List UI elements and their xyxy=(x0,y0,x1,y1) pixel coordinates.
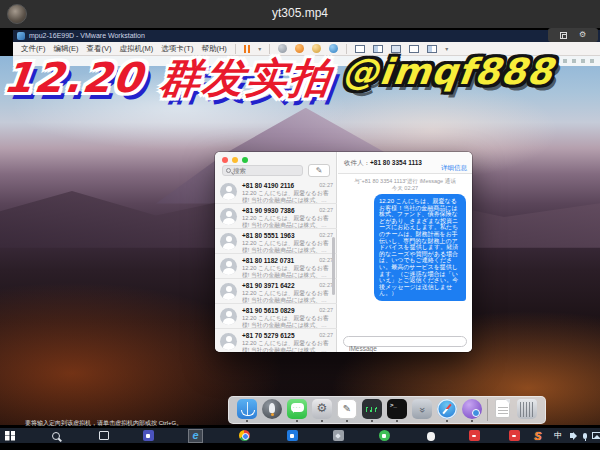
installer-app-icon[interactable] xyxy=(462,399,482,419)
task-view-button[interactable] xyxy=(96,430,112,442)
toolbar-separator xyxy=(235,44,236,54)
zoom-icon[interactable] xyxy=(242,157,248,163)
contact-avatar xyxy=(220,283,237,300)
cube-app-icon xyxy=(333,430,344,441)
trash-icon[interactable] xyxy=(517,399,537,419)
windows-logo-icon xyxy=(5,431,15,441)
downloads-stack-icon[interactable]: » xyxy=(412,399,432,419)
red-app-icon xyxy=(509,430,520,441)
pause-vm-button[interactable] xyxy=(244,45,251,53)
toolbar-separator xyxy=(269,44,270,54)
snapshot-take-icon[interactable] xyxy=(295,44,304,53)
conversation-time: 02:27 xyxy=(319,232,333,238)
contact-avatar xyxy=(220,208,237,225)
compose-button[interactable]: ✎ xyxy=(308,164,330,177)
snapshot-revert-icon[interactable] xyxy=(312,44,321,53)
contact-avatar xyxy=(220,308,237,325)
running-indicator xyxy=(396,420,398,422)
contact-avatar xyxy=(220,183,237,200)
conversation-time: 02:27 xyxy=(319,307,333,313)
message-input-field[interactable] xyxy=(343,336,467,347)
textedit-icon[interactable]: ✎ xyxy=(337,399,357,419)
fullscreen-icon[interactable] xyxy=(560,32,567,39)
sidebar-scrollbar[interactable] xyxy=(332,237,335,295)
photo-icon xyxy=(592,432,600,439)
finder-icon[interactable] xyxy=(237,399,257,419)
menu-help[interactable]: 帮助(H) xyxy=(201,44,226,54)
taskbar-app-green[interactable] xyxy=(376,430,392,442)
list-item[interactable]: +81 80 1182 0731 02:27 12.20 こんにちは、親愛なるお… xyxy=(215,254,337,279)
taskbar-app-cube[interactable] xyxy=(330,430,346,442)
list-item[interactable]: +81 70 5279 6125 02:27 12.20 こんにちは、親愛なるお… xyxy=(215,329,337,352)
running-indicator xyxy=(446,420,448,422)
video-player-frame: yt305.mp4 mpu2-16E99D - VMware Workstati… xyxy=(0,0,600,450)
messages-window: ✎ +81 80 4190 2116 02:27 12.20 こんにちは、親愛な… xyxy=(215,152,472,352)
dock-separator xyxy=(487,399,488,421)
contact-avatar xyxy=(220,333,237,350)
conversation-time: 02:27 xyxy=(319,332,333,338)
start-button[interactable] xyxy=(2,430,18,442)
list-item[interactable]: +81 90 5615 0829 02:27 12.20 こんにちは、親愛なるお… xyxy=(215,304,337,329)
search-icon xyxy=(226,168,231,173)
system-preferences-icon[interactable]: ⚙ xyxy=(312,399,332,419)
microphone-icon xyxy=(583,433,587,439)
chat-header: 收件人：+81 80 3354 1113 详细信息 xyxy=(338,152,472,174)
taskbar-search-button[interactable] xyxy=(48,430,64,442)
menu-file[interactable]: 文件(F) xyxy=(21,44,46,54)
messages-app-icon[interactable]: ··· xyxy=(287,399,307,419)
blue-app-icon xyxy=(287,430,298,441)
snapshot-manager-icon[interactable] xyxy=(329,44,338,53)
taskbar-app-edge-active[interactable]: e xyxy=(188,429,203,443)
macos-dock: ··· ⚙ ✎ >_ » xyxy=(228,396,546,424)
details-button[interactable]: 详细信息 xyxy=(441,164,467,173)
apple-app-icon xyxy=(425,430,436,441)
taskbar-app-chrome[interactable] xyxy=(236,430,252,442)
vmware-title-bar: mpu2-16E99D - VMware Workstation xyxy=(13,30,600,42)
running-indicator xyxy=(471,420,473,422)
list-item[interactable]: +81 80 4190 2116 02:27 12.20 こんにちは、親愛なるお… xyxy=(215,179,337,204)
photos-tray-icon[interactable] xyxy=(588,430,600,442)
running-indicator xyxy=(371,420,373,422)
menu-vm[interactable]: 虚拟机(M) xyxy=(120,44,154,54)
document-icon[interactable] xyxy=(495,399,510,418)
search-field[interactable] xyxy=(222,165,303,176)
pause-dropdown-icon[interactable]: ▾ xyxy=(258,45,261,52)
sogou-input-tray-icon[interactable]: S xyxy=(530,430,546,442)
edge-icon: e xyxy=(192,430,198,441)
window-traffic-lights[interactable] xyxy=(222,157,248,163)
taskbar-app-red-1[interactable] xyxy=(466,430,482,442)
close-icon[interactable] xyxy=(222,157,228,163)
menu-view[interactable]: 查看(V) xyxy=(87,44,112,54)
minimize-icon[interactable] xyxy=(232,157,238,163)
running-indicator xyxy=(321,420,323,422)
conversation-time: 02:27 xyxy=(319,207,333,213)
activity-monitor-icon[interactable] xyxy=(362,399,382,419)
taskbar-app-teams[interactable] xyxy=(140,430,156,442)
vmware-window-controls[interactable]: ⚙ xyxy=(548,28,598,42)
taskbar-app-blue[interactable] xyxy=(284,430,300,442)
list-item[interactable]: +81 90 9930 7386 02:27 12.20 こんにちは、親愛なるお… xyxy=(215,204,337,229)
message-input[interactable] xyxy=(344,344,466,352)
conversation-time: 02:27 xyxy=(319,282,333,288)
video-title: yt305.mp4 xyxy=(0,6,600,20)
recipient-number: +81 80 3354 1113 xyxy=(370,159,422,166)
conversation-preview: 12.20 こんにちは、親愛なるお客様! 当社の金融商品には株式、フ… xyxy=(242,215,332,228)
conversation-preview: 12.20 こんにちは、親愛なるお客様! 当社の金融商品には株式、フ… xyxy=(242,340,332,352)
safari-icon[interactable] xyxy=(437,399,457,419)
launchpad-icon[interactable] xyxy=(262,399,282,419)
menu-tabs[interactable]: 选项卡(T) xyxy=(161,44,193,54)
list-item[interactable]: +81 90 3971 6422 02:27 12.20 こんにちは、親愛なるお… xyxy=(215,279,337,304)
terminal-icon[interactable]: >_ xyxy=(387,399,407,419)
ctrl-alt-del-icon[interactable] xyxy=(278,44,287,53)
sent-message-bubble: 12.20 こんにちは、親愛なるお客様！当社の金融商品には株式、ファンド、債券保… xyxy=(374,194,466,301)
recipient-label: 收件人： xyxy=(344,159,370,166)
taskbar-app-red-2[interactable] xyxy=(506,430,522,442)
search-input[interactable] xyxy=(233,167,293,174)
recipient-line: 收件人：+81 80 3354 1113 xyxy=(344,159,422,168)
gear-icon[interactable]: ⚙ xyxy=(579,31,586,39)
taskbar-app-apple[interactable] xyxy=(422,430,438,442)
conversation-preview: 12.20 こんにちは、親愛なるお客様! 当社の金融商品には株式、フ… xyxy=(242,290,332,303)
menu-edit[interactable]: 编辑(E) xyxy=(54,44,79,54)
list-item[interactable]: +81 80 5551 1963 02:27 12.20 こんにちは、親愛なるお… xyxy=(215,229,337,254)
teams-icon xyxy=(143,430,154,441)
